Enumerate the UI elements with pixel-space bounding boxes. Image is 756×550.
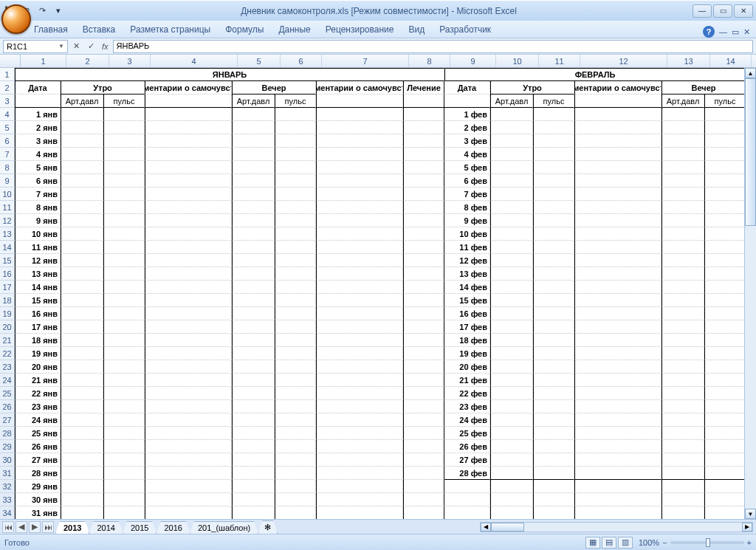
cell[interactable]	[145, 227, 232, 241]
cell[interactable]	[61, 294, 103, 307]
cell[interactable]: 1 янв	[15, 108, 61, 121]
row-header[interactable]: 28	[0, 427, 14, 440]
cell[interactable]: 18 фев	[444, 334, 490, 347]
select-all-corner[interactable]	[0, 55, 21, 67]
name-box[interactable]: R1C1 ▼	[3, 40, 68, 53]
cell[interactable]: 21 янв	[15, 374, 61, 387]
cell[interactable]: 9 фев	[444, 214, 490, 227]
row-header[interactable]: 19	[0, 307, 14, 320]
cell[interactable]	[61, 254, 103, 267]
cell[interactable]	[103, 387, 145, 400]
cell[interactable]	[403, 400, 444, 413]
cell[interactable]	[662, 148, 704, 161]
cell[interactable]	[232, 374, 275, 387]
hscroll-left-button[interactable]: ◀	[481, 523, 491, 532]
cell[interactable]	[574, 281, 662, 294]
cell[interactable]	[403, 320, 444, 334]
cell[interactable]: 31 янв	[15, 506, 61, 519]
row-header[interactable]: 12	[0, 214, 14, 227]
cell[interactable]	[316, 161, 403, 174]
cell[interactable]	[403, 440, 444, 453]
cell[interactable]	[232, 307, 275, 320]
ribbon-tab-view[interactable]: Вид	[401, 21, 432, 38]
cell[interactable]	[103, 161, 145, 174]
cell[interactable]	[533, 227, 574, 241]
ribbon-tab-home[interactable]: Главная	[27, 21, 75, 38]
cell[interactable]	[232, 493, 275, 506]
cell[interactable]	[232, 480, 275, 493]
cell[interactable]	[145, 121, 232, 134]
cell[interactable]	[662, 108, 704, 121]
row-header[interactable]: 13	[0, 227, 14, 241]
cell[interactable]: 4 янв	[15, 148, 61, 161]
column-header[interactable]: 14	[710, 55, 752, 67]
cell[interactable]	[103, 334, 145, 347]
cell[interactable]	[574, 241, 662, 254]
cell[interactable]: 9 янв	[15, 214, 61, 227]
cell[interactable]	[662, 506, 704, 519]
cell[interactable]	[574, 413, 662, 427]
cell[interactable]: 20 янв	[15, 360, 61, 374]
cell[interactable]	[490, 480, 533, 493]
cell[interactable]	[704, 254, 746, 267]
cell[interactable]	[61, 281, 103, 294]
cell[interactable]	[232, 360, 275, 374]
cell[interactable]	[490, 281, 533, 294]
cell[interactable]	[275, 227, 316, 241]
cell[interactable]	[574, 506, 662, 519]
cell[interactable]	[574, 94, 662, 108]
ribbon-tab-page-layout[interactable]: Разметка страницы	[123, 21, 218, 38]
cell[interactable]	[61, 360, 103, 374]
cell[interactable]: пульс	[103, 94, 145, 108]
cell[interactable]	[145, 360, 232, 374]
cell[interactable]	[145, 400, 232, 413]
cell[interactable]: Вечер	[662, 81, 746, 94]
cell[interactable]	[574, 400, 662, 413]
zoom-out-button[interactable]: −	[662, 538, 667, 547]
cell[interactable]	[533, 241, 574, 254]
sheet-tab[interactable]: 201_(шаблон)	[190, 521, 258, 534]
cell[interactable]	[275, 387, 316, 400]
cell[interactable]	[232, 387, 275, 400]
cell[interactable]	[232, 453, 275, 467]
cell[interactable]	[490, 347, 533, 360]
cell[interactable]	[316, 188, 403, 201]
cell[interactable]	[275, 188, 316, 201]
cell[interactable]	[490, 267, 533, 281]
cell[interactable]	[103, 188, 145, 201]
cell[interactable]	[145, 241, 232, 254]
doc-restore-icon[interactable]: ▭	[732, 27, 739, 37]
cell[interactable]: 24 фев	[444, 413, 490, 427]
cell[interactable]	[275, 241, 316, 254]
sheet-tab[interactable]: 2014	[89, 521, 123, 534]
cell[interactable]: 18 янв	[15, 334, 61, 347]
sheet-tab[interactable]: 2016	[156, 521, 190, 534]
cell[interactable]	[704, 214, 746, 227]
cell[interactable]	[275, 506, 316, 519]
row-header[interactable]: 1	[0, 68, 14, 81]
row-header[interactable]: 6	[0, 134, 14, 148]
cell[interactable]	[662, 267, 704, 281]
row-header[interactable]: 27	[0, 413, 14, 427]
cell[interactable]	[403, 241, 444, 254]
cell[interactable]	[103, 453, 145, 467]
cell[interactable]	[316, 307, 403, 320]
cell[interactable]	[704, 161, 746, 174]
cell[interactable]	[403, 188, 444, 201]
cell[interactable]	[316, 281, 403, 294]
cell[interactable]	[490, 387, 533, 400]
cell[interactable]	[574, 307, 662, 320]
cell[interactable]	[533, 334, 574, 347]
cell[interactable]: 27 фев	[444, 453, 490, 467]
cell[interactable]	[574, 267, 662, 281]
cell[interactable]	[403, 467, 444, 480]
cell[interactable]	[61, 347, 103, 360]
cell[interactable]: 30 янв	[15, 493, 61, 506]
maximize-button[interactable]: ▭	[713, 4, 732, 18]
row-header[interactable]: 15	[0, 254, 14, 267]
cell[interactable]	[490, 506, 533, 519]
formula-cancel-icon[interactable]: ✕	[69, 40, 83, 53]
cell[interactable]	[61, 174, 103, 188]
cell[interactable]	[316, 427, 403, 440]
horizontal-scrollbar[interactable]: ◀ ▶	[480, 522, 753, 532]
